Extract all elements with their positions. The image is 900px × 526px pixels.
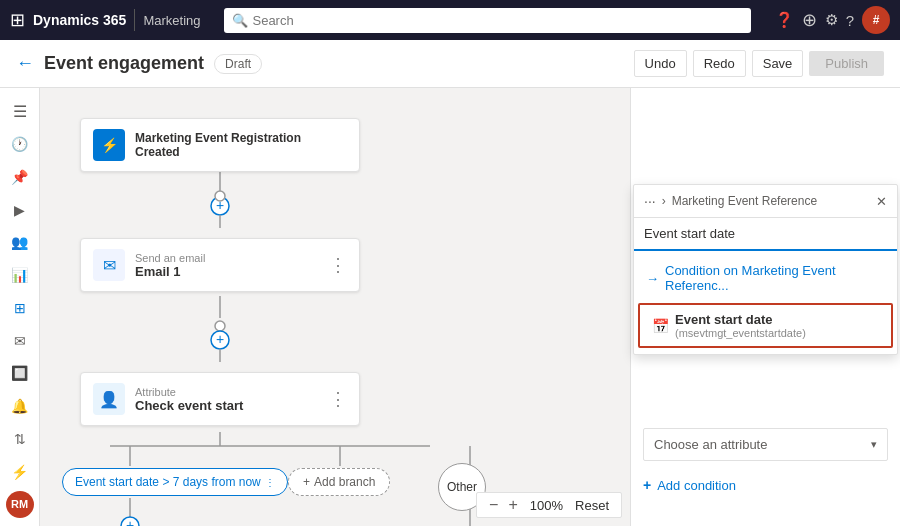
zoom-reset-button[interactable]: Reset bbox=[571, 498, 613, 513]
attribute-select-label: Choose an attribute bbox=[654, 437, 767, 452]
canvas-area: + + + + bbox=[40, 88, 900, 526]
sidebar-item-triggers[interactable]: ⚡ bbox=[4, 456, 36, 487]
add-condition-icon: + bbox=[643, 477, 651, 493]
panel-header: ··· › Marketing Event Reference ✕ bbox=[634, 185, 897, 218]
sidebar-user-avatar[interactable]: RM bbox=[6, 491, 34, 518]
sidebar-item-segments[interactable]: ⊞ bbox=[4, 293, 36, 324]
calendar-icon: 📅 bbox=[652, 318, 669, 334]
zoom-in-button[interactable]: + bbox=[504, 496, 521, 514]
back-button[interactable]: ← bbox=[16, 53, 34, 74]
sidebar-item-menu[interactable]: ☰ bbox=[4, 96, 36, 127]
svg-text:+: + bbox=[216, 331, 224, 347]
sidebar-item-play[interactable]: ▶ bbox=[4, 194, 36, 225]
svg-point-17 bbox=[121, 517, 139, 526]
condition-branch[interactable]: Event start date > 7 days from now ⋮ bbox=[62, 468, 288, 496]
help-icon[interactable]: ❓ bbox=[775, 11, 794, 29]
zoom-level: 100% bbox=[524, 498, 569, 513]
zoom-out-button[interactable]: − bbox=[485, 496, 502, 514]
search-bar[interactable]: 🔍 bbox=[224, 8, 750, 33]
condition-branch-label: Event start date > 7 days from now bbox=[75, 475, 261, 489]
panel-link-item[interactable]: → Condition on Marketing Event Referenc.… bbox=[634, 255, 897, 301]
panel-selected-item[interactable]: 📅 Event start date (msevtmgt_eventstartd… bbox=[638, 303, 893, 348]
svg-point-1 bbox=[211, 197, 229, 215]
condition-branch-chevron: ⋮ bbox=[265, 477, 275, 488]
sidebar-item-recent[interactable]: 🕐 bbox=[4, 129, 36, 160]
module-name: Marketing bbox=[143, 13, 200, 28]
brand-name: Dynamics 365 bbox=[33, 12, 126, 28]
publish-button[interactable]: Publish bbox=[809, 51, 884, 76]
attribute-node[interactable]: 👤 Attribute Check event start ⋮ bbox=[80, 372, 360, 426]
sidebar-item-sync[interactable]: ⇅ bbox=[4, 424, 36, 455]
user-avatar[interactable]: # bbox=[862, 6, 890, 34]
sidebar-item-notifications[interactable]: 🔔 bbox=[4, 391, 36, 422]
add-condition-button[interactable]: + Add condition bbox=[643, 473, 888, 497]
attribute-select-dropdown[interactable]: Choose an attribute ▾ bbox=[643, 428, 888, 461]
email-node[interactable]: ✉ Send an email Email 1 ⋮ bbox=[80, 238, 360, 292]
zoom-controls: − + 100% Reset bbox=[476, 492, 622, 518]
trigger-node-title: Marketing Event Registration Created bbox=[135, 131, 347, 159]
draft-badge: Draft bbox=[214, 54, 262, 74]
add-branch-label: Add branch bbox=[314, 475, 375, 489]
email-node-menu[interactable]: ⋮ bbox=[329, 254, 347, 276]
sidebar-item-analytics[interactable]: 📊 bbox=[4, 260, 36, 291]
settings-icon[interactable]: ⚙ bbox=[825, 11, 838, 29]
email-node-title: Email 1 bbox=[135, 264, 319, 279]
selected-item-name: Event start date bbox=[675, 312, 806, 327]
left-sidebar: ☰ 🕐 📌 ▶ 👥 📊 ⊞ ✉ 🔲 🔔 ⇅ ⚡ RM bbox=[0, 88, 40, 526]
panel-more-icon[interactable]: ··· bbox=[644, 193, 656, 209]
attribute-node-label: Attribute bbox=[135, 386, 319, 398]
search-input[interactable] bbox=[224, 8, 750, 33]
sidebar-item-email[interactable]: ✉ bbox=[4, 325, 36, 356]
email-node-label: Send an email bbox=[135, 252, 319, 264]
add-branch-icon: + bbox=[303, 475, 310, 489]
sidebar-item-pinned[interactable]: 📌 bbox=[4, 162, 36, 193]
svg-text:+: + bbox=[216, 197, 224, 213]
svg-text:+: + bbox=[126, 517, 134, 526]
attribute-dropdown-panel: ··· › Marketing Event Reference ✕ → Cond… bbox=[633, 184, 898, 355]
svg-point-6 bbox=[215, 321, 225, 331]
add-icon[interactable]: ⊕ bbox=[802, 9, 817, 31]
panel-link-label: Condition on Marketing Event Referenc... bbox=[665, 263, 885, 293]
breadcrumb-separator: › bbox=[662, 194, 666, 208]
arrow-icon: → bbox=[646, 271, 659, 286]
other-branch-label: Other bbox=[447, 480, 477, 494]
attribute-node-menu[interactable]: ⋮ bbox=[329, 388, 347, 410]
add-branch-button[interactable]: + Add branch bbox=[288, 468, 390, 496]
attribute-search-input[interactable] bbox=[644, 226, 887, 241]
undo-button[interactable]: Undo bbox=[634, 50, 687, 77]
page-header: ← Event engagement Draft Undo Redo Save … bbox=[0, 40, 900, 88]
chevron-down-icon: ▾ bbox=[871, 438, 877, 451]
breadcrumb-label: Marketing Event Reference bbox=[672, 194, 870, 208]
trigger-node[interactable]: ⚡ Marketing Event Registration Created bbox=[80, 118, 360, 172]
save-button[interactable]: Save bbox=[752, 50, 804, 77]
top-navigation: ⊞ Dynamics 365 Marketing 🔍 ❓ ⊕ ⚙ ? # bbox=[0, 0, 900, 40]
redo-button[interactable]: Redo bbox=[693, 50, 746, 77]
apps-icon[interactable]: ⊞ bbox=[10, 9, 25, 31]
search-input-area bbox=[634, 218, 897, 251]
attribute-node-title: Check event start bbox=[135, 398, 319, 413]
selected-item-sub: (msevtmgt_eventstartdate) bbox=[675, 327, 806, 339]
sidebar-item-contacts[interactable]: 👥 bbox=[4, 227, 36, 258]
page-title: Event engagement bbox=[44, 53, 204, 74]
sidebar-item-blocks[interactable]: 🔲 bbox=[4, 358, 36, 389]
panel-items-list: → Condition on Marketing Event Referenc.… bbox=[634, 251, 897, 354]
main-layout: ☰ 🕐 📌 ▶ 👥 📊 ⊞ ✉ 🔲 🔔 ⇅ ⚡ RM + bbox=[0, 88, 900, 526]
svg-point-7 bbox=[211, 331, 229, 349]
panel-close-button[interactable]: ✕ bbox=[876, 194, 887, 209]
svg-point-4 bbox=[215, 191, 225, 201]
add-condition-label: Add condition bbox=[657, 478, 736, 493]
question-icon[interactable]: ? bbox=[846, 12, 854, 29]
